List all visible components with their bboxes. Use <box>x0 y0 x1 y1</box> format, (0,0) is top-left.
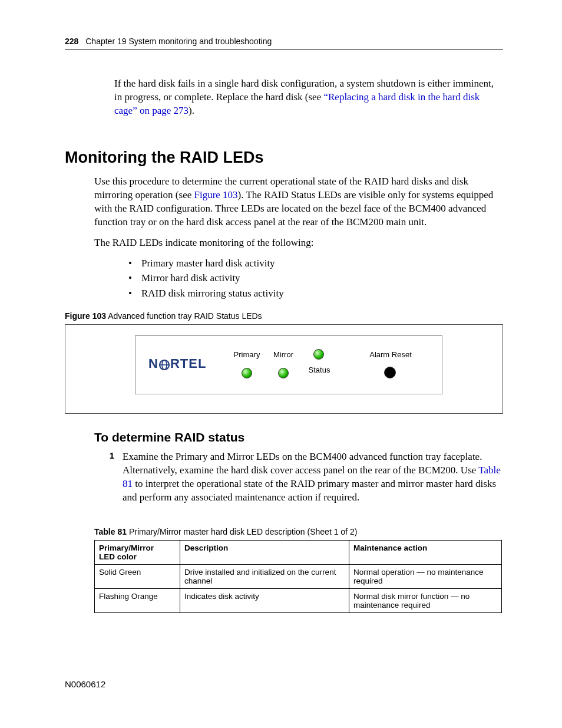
section-heading: Monitoring the RAID LEDs <box>65 149 503 167</box>
page-number: 228 <box>65 37 78 46</box>
led-primary-icon <box>242 368 252 378</box>
figure-103: NRTEL Primary Mirror Status Alarm Reset <box>65 324 503 414</box>
subsection-heading: To determine RAID status <box>94 430 503 444</box>
table-caption-text: Primary/Mirror master hard disk LED desc… <box>127 527 357 536</box>
th-line2: LED color <box>99 552 137 561</box>
alarm-reset-button-icon <box>384 367 396 378</box>
table-row: Flashing Orange Indicates disk activity … <box>95 589 502 613</box>
figure-caption-number: Figure 103 <box>65 311 106 321</box>
cell-led-color: Flashing Orange <box>95 589 180 613</box>
cell-maintenance: Normal disk mirror function — no mainten… <box>349 589 502 613</box>
cell-led-color: Solid Green <box>95 565 180 589</box>
cell-maintenance: Normal operation — no maintenance requir… <box>349 565 502 589</box>
globe-icon <box>158 359 170 371</box>
led-label-mirror: Mirror <box>270 350 297 359</box>
chapter-title: Chapter 19 System monitoring and trouble… <box>85 37 272 46</box>
nortel-logo: NRTEL <box>148 356 206 371</box>
logo-n: N <box>148 356 158 371</box>
led-label-primary: Primary <box>231 350 263 359</box>
list-item: Primary master hard disk activity <box>128 257 503 271</box>
table-header-maintenance: Maintenance action <box>349 541 502 565</box>
logo-rtel: RTEL <box>170 356 206 371</box>
intro-paragraph: If the hard disk fails in a single hard … <box>114 77 503 118</box>
faceplate: NRTEL Primary Mirror Status Alarm Reset <box>135 335 442 394</box>
table-81: Primary/Mirror LED color Description Mai… <box>94 540 502 613</box>
table-caption: Table 81 Primary/Mirror master hard disk… <box>94 527 503 536</box>
cell-description: Indicates disk activity <box>180 589 349 613</box>
intro-text-after: ). <box>189 105 194 116</box>
list-item: Mirror hard disk activity <box>128 272 503 285</box>
led-label-status: Status <box>306 365 332 374</box>
table-caption-number: Table 81 <box>94 527 127 536</box>
section-paragraph-2: The RAID LEDs indicate monitoring of the… <box>94 236 503 250</box>
led-status-icon <box>313 349 324 360</box>
table-header-row: Primary/Mirror LED color Description Mai… <box>95 541 502 565</box>
step-1: 1 Examine the Primary and Mirror LEDs on… <box>94 450 503 505</box>
step1-after: to interpret the operational state of th… <box>123 478 496 503</box>
led-mirror-icon <box>278 368 289 378</box>
figure-caption: Figure 103 Advanced function tray RAID S… <box>65 311 503 321</box>
step-text: Examine the Primary and Mirror LEDs on t… <box>123 450 503 505</box>
figure-caption-text: Advanced function tray RAID Status LEDs <box>106 311 262 321</box>
table-header-description: Description <box>180 541 349 565</box>
led-label-alarm-reset: Alarm Reset <box>364 350 417 359</box>
bullet-list: Primary master hard disk activity Mirror… <box>65 257 503 301</box>
step-number: 1 <box>94 450 123 505</box>
section-paragraph-1: Use this procedure to determine the curr… <box>94 175 503 229</box>
document-id: N0060612 <box>65 679 105 689</box>
link-figure-103[interactable]: Figure 103 <box>194 189 237 200</box>
step1-before: Examine the Primary and Mirror LEDs on t… <box>123 451 482 476</box>
table-header-led-color: Primary/Mirror LED color <box>95 541 180 565</box>
page-header: 228 Chapter 19 System monitoring and tro… <box>65 37 503 50</box>
table-row: Solid Green Drive installed and initiali… <box>95 565 502 589</box>
th-line1: Primary/Mirror <box>99 543 154 552</box>
cell-description: Drive installed and initialized on the c… <box>180 565 349 589</box>
list-item: RAID disk mirroring status activity <box>128 287 503 301</box>
